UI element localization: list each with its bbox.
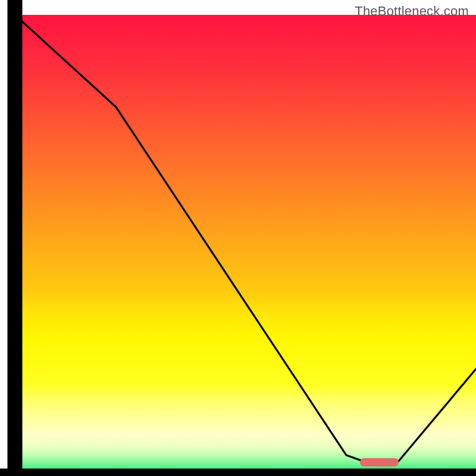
optimal-range-marker [360, 458, 399, 466]
chart-container: TheBottleneck.com [0, 0, 476, 476]
bottleneck-chart [0, 0, 476, 476]
plot-gradient-background [15, 15, 476, 476]
watermark-label: TheBottleneck.com [355, 4, 469, 19]
